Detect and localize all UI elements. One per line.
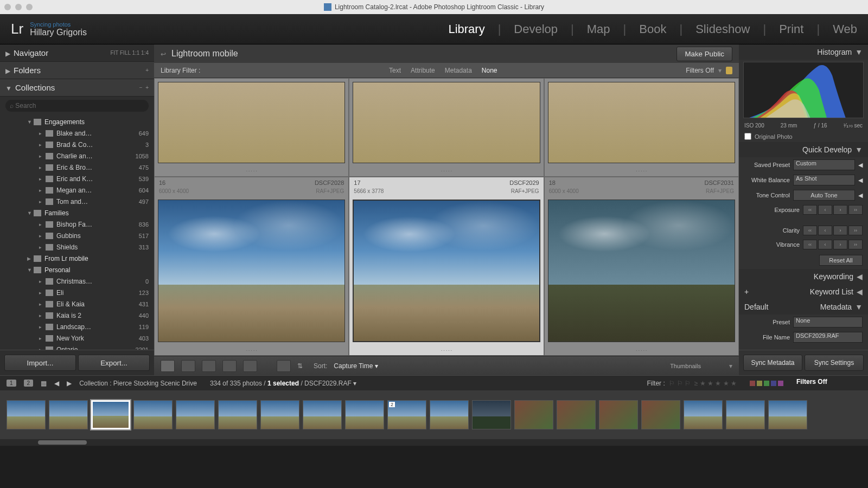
prev-icon[interactable]: ◀ bbox=[54, 380, 59, 387]
grid-icon[interactable]: ▦ bbox=[41, 380, 47, 387]
import-button[interactable]: Import... bbox=[4, 355, 76, 371]
lock-icon[interactable] bbox=[726, 67, 732, 74]
filmstrip-thumb[interactable] bbox=[218, 400, 257, 429]
add-folder-icon[interactable]: + bbox=[145, 67, 149, 73]
collapse-icon[interactable]: ◀ bbox=[858, 192, 863, 199]
tree-item[interactable]: ▸Bishop Fa…836 bbox=[0, 219, 154, 230]
wb-select[interactable]: As Shot bbox=[793, 175, 855, 185]
tree-item[interactable]: ▼Personal bbox=[0, 264, 154, 275]
minus-icon[interactable]: − bbox=[139, 85, 143, 91]
module-book[interactable]: Book bbox=[639, 22, 666, 36]
filmstrip-scrollbar[interactable] bbox=[0, 439, 868, 446]
collections-header[interactable]: ▼Collections − + bbox=[0, 79, 154, 97]
keywording-header[interactable]: Keywording◀ bbox=[739, 269, 868, 284]
vibrance-steppers[interactable]: ‹‹‹››› bbox=[803, 240, 863, 249]
user-name[interactable]: Hillary Grigoris bbox=[30, 28, 87, 37]
grid-view-icon[interactable] bbox=[161, 360, 175, 372]
tree-item[interactable]: ▶From Lr mobile bbox=[0, 253, 154, 264]
traffic-lights[interactable] bbox=[4, 4, 33, 10]
people-view-icon[interactable] bbox=[243, 360, 257, 372]
plus-icon[interactable]: + bbox=[744, 287, 749, 296]
filter-tab-none[interactable]: None bbox=[482, 67, 497, 74]
filmstrip-thumb[interactable] bbox=[345, 400, 384, 429]
preset-select[interactable]: Custom bbox=[793, 159, 855, 170]
navigator-zoom-opts[interactable]: FIT FILL 1:1 1:4 bbox=[110, 50, 149, 56]
tree-item[interactable]: ▼Families bbox=[0, 207, 154, 219]
metadata-preset-select[interactable]: None bbox=[793, 317, 863, 328]
tree-item[interactable]: ▸Megan an…604 bbox=[0, 184, 154, 196]
tree-item[interactable]: ▸Eli123 bbox=[0, 287, 154, 298]
sort-icon[interactable]: ⇅ bbox=[297, 362, 303, 370]
module-slideshow[interactable]: Slideshow bbox=[695, 22, 750, 36]
filmstrip-thumb[interactable] bbox=[91, 400, 130, 429]
filmstrip-thumb[interactable] bbox=[176, 400, 215, 429]
tree-item[interactable]: ▸Eric and K…539 bbox=[0, 173, 154, 184]
painter-icon[interactable] bbox=[277, 360, 291, 372]
collections-search[interactable]: ⌕ Search bbox=[5, 100, 149, 112]
breadcrumb[interactable]: Lightroom mobile bbox=[171, 49, 238, 58]
tree-item[interactable]: ▸Shields313 bbox=[0, 241, 154, 253]
filter-stars[interactable]: Filter : ⚐ ⚐ ⚐ ≥ ★ ★ ★ ★ ★ bbox=[646, 380, 737, 387]
navigator-header[interactable]: ▶Navigator FIT FILL 1:1 1:4 bbox=[0, 44, 154, 62]
filmstrip-thumb[interactable] bbox=[514, 400, 553, 429]
sort-dropdown[interactable]: Capture Time ▾ bbox=[334, 362, 378, 370]
filmstrip-thumb[interactable] bbox=[472, 400, 511, 429]
grid-cell[interactable]: 17DSCF20295666 x 3778RAF+JPEG· · · · · bbox=[349, 177, 544, 356]
quick-develop-header[interactable]: Quick Develop▼ bbox=[739, 142, 868, 157]
grid-cell[interactable]: 16DSCF20286000 x 4000RAF+JPEG· · · · · bbox=[154, 177, 349, 356]
filters-dropdown[interactable]: Filters Off bbox=[796, 378, 861, 389]
module-web[interactable]: Web bbox=[833, 22, 857, 36]
collapse-icon[interactable]: ◀ bbox=[858, 162, 863, 169]
tree-item[interactable]: ▸Eli & Kaia431 bbox=[0, 298, 154, 310]
filmstrip-thumb[interactable] bbox=[684, 400, 723, 429]
filmstrip-thumb[interactable] bbox=[557, 400, 596, 429]
filmstrip-thumb[interactable] bbox=[641, 400, 680, 429]
loupe-view-icon[interactable] bbox=[181, 360, 195, 372]
sync-settings-button[interactable]: Sync Settings bbox=[805, 355, 864, 371]
filename-field[interactable]: DSCF2029.RAF bbox=[793, 332, 863, 343]
filmstrip-thumb[interactable] bbox=[599, 400, 638, 429]
chevron-down-icon[interactable]: ▾ bbox=[718, 67, 722, 74]
color-labels[interactable] bbox=[750, 381, 783, 386]
filmstrip-thumb[interactable]: 2 bbox=[387, 400, 426, 429]
tree-item[interactable]: ▸Charlie an…1058 bbox=[0, 150, 154, 162]
make-public-button[interactable]: Make Public bbox=[676, 47, 732, 61]
histogram-header[interactable]: Histogram▼ bbox=[739, 44, 868, 60]
compare-view-icon[interactable] bbox=[202, 360, 216, 372]
tree-item[interactable]: ▸Kaia is 2440 bbox=[0, 310, 154, 321]
filter-tab-text[interactable]: Text bbox=[389, 67, 401, 74]
tree-item[interactable]: ▸Blake and…649 bbox=[0, 127, 154, 139]
histogram[interactable] bbox=[743, 62, 864, 118]
original-photo-toggle[interactable]: Original Photo bbox=[739, 131, 868, 142]
tree-item[interactable]: ▸Tom and…497 bbox=[0, 196, 154, 207]
filter-tab-attribute[interactable]: Attribute bbox=[411, 67, 435, 74]
window-badge[interactable]: 2 bbox=[24, 380, 34, 387]
tree-item[interactable]: ▸Ontario2201 bbox=[0, 344, 154, 350]
module-print[interactable]: Print bbox=[779, 22, 803, 36]
module-develop[interactable]: Develop bbox=[514, 22, 558, 36]
collapse-icon[interactable]: ◀ bbox=[858, 177, 863, 184]
exposure-steppers[interactable]: ‹‹‹››› bbox=[803, 205, 863, 215]
tree-item[interactable]: ▸Christmas…0 bbox=[0, 275, 154, 287]
filmstrip-thumb[interactable] bbox=[726, 400, 765, 429]
grid-cell[interactable]: · · · · · bbox=[154, 78, 349, 177]
tree-item[interactable]: ▸Landscap…119 bbox=[0, 321, 154, 332]
export-button[interactable]: Export... bbox=[78, 355, 150, 371]
window-badge[interactable]: 1 bbox=[7, 380, 16, 387]
survey-view-icon[interactable] bbox=[222, 360, 237, 372]
filter-tab-metadata[interactable]: Metadata bbox=[445, 67, 472, 74]
metadata-set-select[interactable]: Default bbox=[744, 303, 782, 311]
filters-off-label[interactable]: Filters Off bbox=[686, 67, 714, 74]
grid-cell[interactable]: 18DSCF20316000 x 4000RAF+JPEG· · · · · bbox=[544, 177, 739, 356]
filmstrip-thumb[interactable] bbox=[768, 400, 807, 429]
filmstrip-thumb[interactable] bbox=[430, 400, 469, 429]
module-library[interactable]: Library bbox=[448, 22, 484, 36]
chevron-down-icon[interactable]: ▾ bbox=[729, 362, 732, 370]
reset-all-button[interactable]: Reset All bbox=[819, 255, 863, 266]
grid-cell[interactable]: · · · · · bbox=[349, 78, 544, 177]
grid-cell[interactable]: · · · · · bbox=[544, 78, 739, 177]
tree-item[interactable]: ▸Brad & Co…3 bbox=[0, 139, 154, 150]
filmstrip-thumb[interactable] bbox=[260, 400, 299, 429]
tree-item[interactable]: ▸Gubbins517 bbox=[0, 230, 154, 241]
keyword-list-header[interactable]: +Keyword List◀ bbox=[739, 284, 868, 299]
